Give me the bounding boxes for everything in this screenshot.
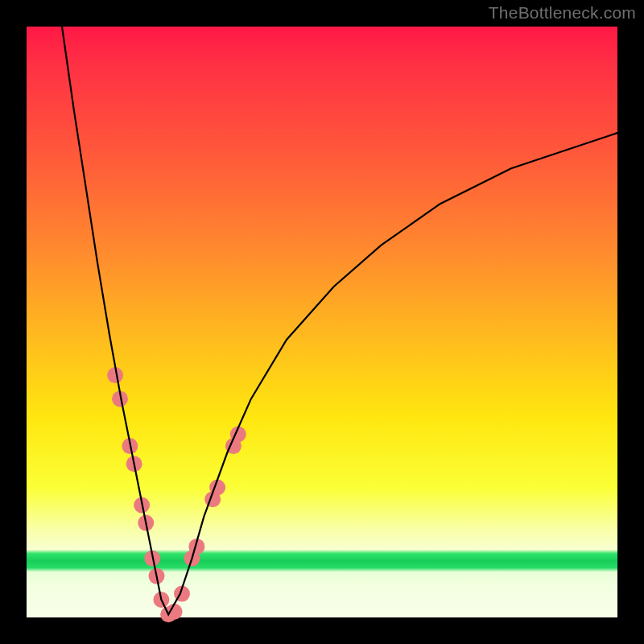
chart-frame: TheBottleneck.com — [0, 0, 644, 644]
plot-area — [27, 27, 617, 617]
curve-layer — [27, 27, 617, 617]
marker-dot — [167, 604, 183, 620]
watermark-text: TheBottleneck.com — [489, 3, 636, 23]
highlight-markers — [107, 367, 246, 622]
